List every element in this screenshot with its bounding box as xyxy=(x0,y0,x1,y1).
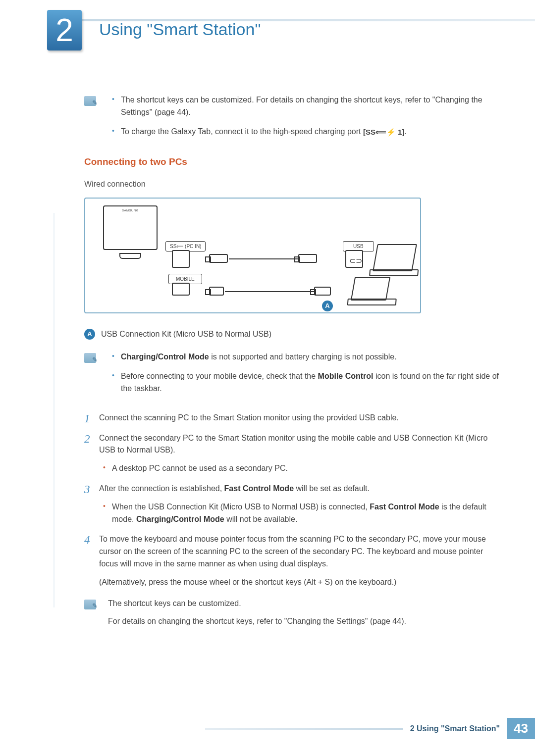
note-block: The shortcut keys can be customized. For… xyxy=(84,94,500,145)
note-icon xyxy=(84,353,96,363)
sub-note: A desktop PC cannot be used as a seconda… xyxy=(99,462,500,475)
legend-marker-a: A xyxy=(84,329,95,340)
connection-diagram: SS⟸ (PC IN) MOBILE USB ⊂⊃ A xyxy=(84,198,421,313)
step-item: 4 To move the keyboard and mouse pointer… xyxy=(84,533,500,588)
footer-chapter-text: 2 Using "Smart Station" xyxy=(410,724,500,733)
step-number: 2 xyxy=(84,430,90,448)
cable-line xyxy=(225,291,314,292)
cable-plug-icon xyxy=(298,254,317,263)
adapter-icon xyxy=(314,287,331,296)
note-item: To charge the Galaxy Tab, connect it to … xyxy=(108,126,500,138)
note-item: Charging/Control Mode is not supported a… xyxy=(108,351,500,363)
usb-port-icon: ⊂⊃ xyxy=(345,250,363,268)
footer-rule xyxy=(205,728,403,730)
charging-port-symbol: [SS⟸⚡ 1] xyxy=(363,126,405,138)
note-block: Charging/Control Mode is not supported a… xyxy=(84,351,500,402)
chapter-title: Using "Smart Station" xyxy=(99,20,261,39)
laptop-icon xyxy=(373,244,417,271)
legend-text: USB Connection Kit (Micro USB to Normal … xyxy=(101,328,271,341)
steps-list: 1 Connect the scanning PC to the Smart S… xyxy=(84,412,500,589)
note-line: For details on changing the shortcut key… xyxy=(108,615,500,628)
monitor-icon xyxy=(103,205,158,250)
sub-note: When the USB Connection Kit (Micro USB t… xyxy=(99,501,500,526)
laptop-icon xyxy=(351,277,390,301)
section-heading: Connecting to two PCs xyxy=(84,154,500,169)
step-number: 1 xyxy=(84,410,90,428)
step-item: 2 Connect the secondary PC to the Smart … xyxy=(84,432,500,475)
cable-plug-icon xyxy=(209,287,224,296)
note-item: Before connecting to your mobile device,… xyxy=(108,370,500,395)
step-item: 3 After the connection is established, F… xyxy=(84,483,500,525)
diagram-legend: A USB Connection Kit (Micro USB to Norma… xyxy=(84,328,500,341)
step-number: 3 xyxy=(84,481,90,499)
note-item: The shortcut keys can be customized. For… xyxy=(108,94,500,119)
diagram-marker-a: A xyxy=(322,301,333,311)
page-footer: 2 Using "Smart Station" 43 xyxy=(205,718,535,739)
step-number: 4 xyxy=(84,531,90,549)
note-icon xyxy=(84,600,96,609)
note-line: The shortcut keys can be customized. xyxy=(108,598,500,610)
page-number: 43 xyxy=(507,718,535,739)
sub-heading: Wired connection xyxy=(84,178,500,191)
cable-plug-icon xyxy=(209,254,228,263)
cable-line xyxy=(229,258,298,259)
port-icon xyxy=(172,250,190,268)
note-icon xyxy=(84,96,96,106)
vertical-rule xyxy=(54,213,54,607)
port-icon xyxy=(172,283,190,296)
step-item: 1 Connect the scanning PC to the Smart S… xyxy=(84,412,500,424)
chapter-number: 2 xyxy=(55,14,73,46)
note-block: The shortcut keys can be customized. For… xyxy=(84,598,500,628)
page-content: The shortcut keys can be customized. For… xyxy=(84,94,500,638)
chapter-badge: 2 xyxy=(47,10,82,50)
